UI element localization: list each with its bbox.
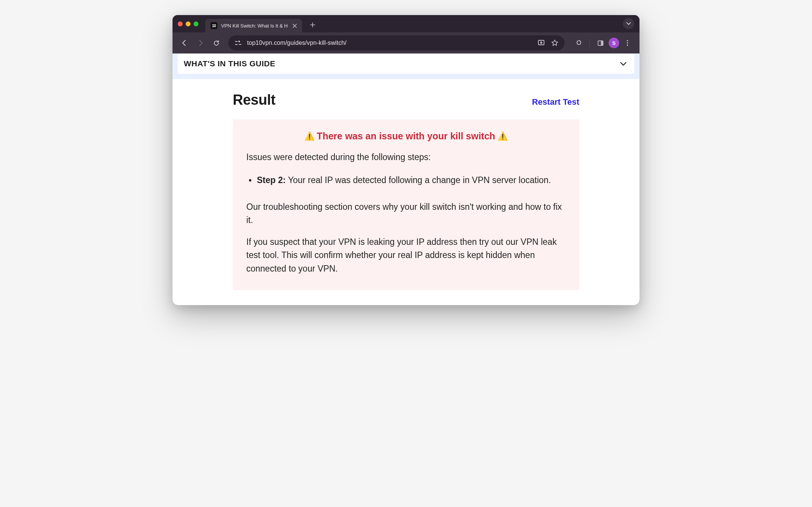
svg-point-1 — [238, 41, 240, 42]
browser-tab[interactable]: 10 VPN Kill Switch: What Is It & H — [205, 19, 302, 32]
site-info-icon[interactable] — [234, 38, 243, 48]
svg-point-7 — [627, 40, 628, 41]
svg-point-8 — [627, 42, 628, 43]
result-paragraph: Our troubleshooting section covers why y… — [246, 200, 566, 227]
result-heading: Result — [233, 92, 275, 108]
tabs-dropdown-button[interactable] — [623, 18, 634, 29]
warning-icon: ⚠️ — [304, 131, 314, 141]
svg-rect-3 — [239, 44, 241, 45]
warning-icon: ⚠️ — [498, 131, 508, 141]
guide-toc-title: WHAT'S IN THIS GUIDE — [184, 59, 275, 68]
result-header: Result Restart Test — [233, 92, 579, 108]
guide-bar-container: WHAT'S IN THIS GUIDE — [172, 53, 640, 79]
install-app-icon[interactable] — [535, 37, 547, 49]
extensions-icon[interactable] — [572, 36, 586, 50]
address-bar[interactable]: top10vpn.com/guides/vpn-kill-switch/ — [228, 35, 565, 50]
issue-text: Your real IP was detected following a ch… — [286, 175, 551, 185]
bookmark-star-icon[interactable] — [549, 37, 561, 49]
issue-step-label: Step 2: — [257, 175, 286, 185]
window-minimize-button[interactable] — [186, 21, 191, 26]
window-controls — [178, 21, 198, 26]
result-paragraph: If you suspect that your VPN is leaking … — [246, 235, 566, 276]
issues-intro-text: Issues were detected during the followin… — [246, 152, 566, 162]
tab-close-button[interactable] — [292, 23, 298, 29]
back-button[interactable] — [178, 36, 191, 50]
new-tab-button[interactable] — [307, 20, 318, 30]
chevron-down-icon — [620, 62, 627, 66]
svg-point-9 — [627, 44, 628, 46]
guide-toc-toggle[interactable]: WHAT'S IN THIS GUIDE — [178, 53, 634, 74]
browser-window: 10 VPN Kill Switch: What Is It & H — [172, 15, 640, 305]
issues-list: Step 2: Your real IP was detected follow… — [246, 174, 566, 187]
forward-button[interactable] — [194, 36, 207, 50]
warning-text: There was an issue with your kill switch — [317, 131, 495, 141]
restart-test-link[interactable]: Restart Test — [532, 97, 579, 107]
side-panel-icon[interactable] — [594, 36, 607, 50]
tab-title: VPN Kill Switch: What Is It & H — [221, 23, 288, 29]
warning-banner: ⚠️There was an issue with your kill swit… — [246, 131, 566, 142]
reload-button[interactable] — [209, 36, 223, 50]
svg-rect-6 — [601, 41, 603, 45]
url-text: top10vpn.com/guides/vpn-kill-switch/ — [247, 40, 531, 46]
toolbar-divider — [589, 39, 590, 47]
tab-favicon: 10 — [211, 22, 217, 29]
main-content: Result Restart Test ⚠️There was an issue… — [172, 79, 640, 305]
window-close-button[interactable] — [178, 21, 183, 26]
menu-button[interactable] — [621, 36, 634, 50]
page-content: WHAT'S IN THIS GUIDE Result Restart Test… — [172, 53, 640, 305]
profile-avatar[interactable]: S — [609, 38, 619, 48]
svg-rect-0 — [235, 41, 238, 42]
svg-rect-2 — [235, 44, 238, 45]
issue-item: Step 2: Your real IP was detected follow… — [246, 174, 566, 187]
window-maximize-button[interactable] — [194, 21, 198, 26]
browser-toolbar: top10vpn.com/guides/vpn-kill-switch/ S — [172, 32, 640, 53]
result-box: ⚠️There was an issue with your kill swit… — [233, 119, 579, 290]
tab-bar: 10 VPN Kill Switch: What Is It & H — [172, 15, 640, 32]
